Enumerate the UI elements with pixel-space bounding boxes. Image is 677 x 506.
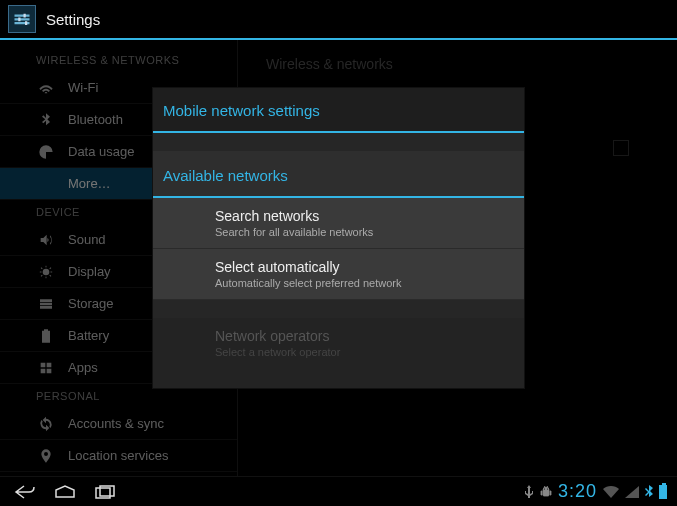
system-navbar: 3:20 — [0, 476, 677, 506]
dialog-item-secondary: Search for all available networks — [215, 226, 514, 238]
bluetooth-status-icon — [645, 485, 653, 499]
back-button[interactable] — [10, 480, 40, 504]
android-debug-icon — [540, 485, 552, 499]
action-bar-title: Settings — [46, 11, 100, 28]
clock: 3:20 — [558, 481, 597, 502]
svg-rect-3 — [24, 14, 26, 18]
action-bar: Settings — [0, 0, 677, 40]
dialog-item-secondary: Select a network operator — [215, 346, 514, 358]
svg-rect-1 — [15, 18, 30, 20]
dialog-title: Mobile network settings — [153, 88, 524, 133]
svg-rect-5 — [25, 21, 27, 25]
svg-rect-4 — [18, 18, 20, 22]
status-area[interactable]: 3:20 — [524, 481, 667, 502]
svg-point-9 — [547, 488, 548, 489]
dialog-item-primary: Search networks — [215, 208, 514, 224]
dialog-item-search-networks[interactable]: Search networks Search for all available… — [153, 198, 524, 249]
dialog-item-network-operators: Network operators Select a network opera… — [153, 318, 524, 388]
home-button[interactable] — [50, 480, 80, 504]
wifi-status-icon — [603, 486, 619, 498]
dialog-section-header: Available networks — [153, 151, 524, 198]
dialog-item-primary: Select automatically — [215, 259, 514, 275]
mobile-network-dialog: Mobile network settings Available networ… — [152, 87, 525, 389]
usb-icon — [524, 485, 534, 499]
settings-app-icon — [8, 5, 36, 33]
svg-point-8 — [544, 488, 545, 489]
dialog-item-primary: Network operators — [215, 328, 514, 344]
battery-status-icon — [659, 485, 667, 499]
signal-status-icon — [625, 486, 639, 498]
dialog-item-secondary: Automatically select preferred network — [215, 277, 514, 289]
recent-apps-button[interactable] — [90, 480, 120, 504]
svg-rect-0 — [15, 15, 30, 17]
dialog-item-select-automatically[interactable]: Select automatically Automatically selec… — [153, 249, 524, 300]
